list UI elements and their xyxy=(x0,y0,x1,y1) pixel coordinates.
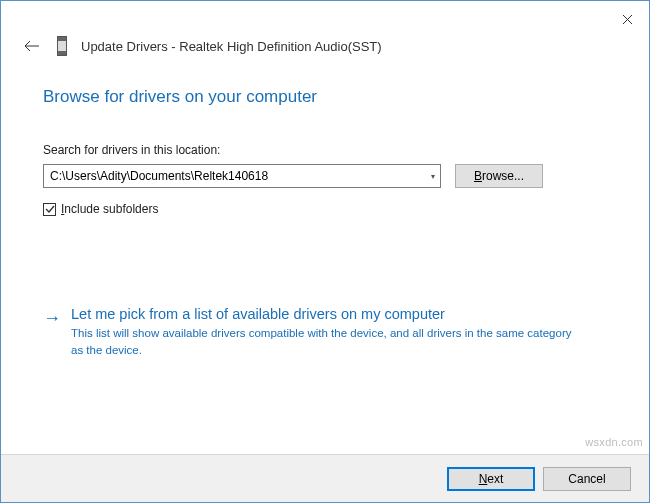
back-button[interactable] xyxy=(21,35,43,57)
browse-button-label: Browse... xyxy=(474,169,524,183)
path-row: ▾ Browse... xyxy=(43,164,607,188)
pick-from-list-option[interactable]: → Let me pick from a list of available d… xyxy=(43,306,607,358)
update-drivers-dialog: Update Drivers - Realtek High Definition… xyxy=(0,0,650,503)
include-subfolders-label: Include subfolders xyxy=(61,202,158,216)
path-input-wrap: ▾ xyxy=(43,164,441,188)
path-input[interactable] xyxy=(43,164,441,188)
back-arrow-icon xyxy=(25,41,39,51)
watermark: wsxdn.com xyxy=(585,436,643,448)
option-description: This list will show available drivers co… xyxy=(71,325,581,358)
browse-button[interactable]: Browse... xyxy=(455,164,543,188)
option-text: Let me pick from a list of available dri… xyxy=(71,306,607,358)
next-button[interactable]: Next xyxy=(447,467,535,491)
include-subfolders-row: Include subfolders xyxy=(43,202,607,216)
close-icon xyxy=(622,14,633,25)
search-location-label: Search for drivers in this location: xyxy=(43,143,607,157)
driver-icon xyxy=(57,36,67,56)
option-title: Let me pick from a list of available dri… xyxy=(71,306,607,322)
dialog-content: Browse for drivers on your computer Sear… xyxy=(1,57,649,358)
include-subfolders-checkbox[interactable] xyxy=(43,203,56,216)
page-heading: Browse for drivers on your computer xyxy=(43,87,607,107)
next-button-label: Next xyxy=(479,472,504,486)
dialog-header: Update Drivers - Realtek High Definition… xyxy=(1,1,649,57)
cancel-button[interactable]: Cancel xyxy=(543,467,631,491)
close-button[interactable] xyxy=(617,9,637,29)
arrow-right-icon: → xyxy=(43,306,61,358)
checkmark-icon xyxy=(45,205,55,214)
window-title: Update Drivers - Realtek High Definition… xyxy=(81,39,382,54)
dialog-footer: Next Cancel xyxy=(1,454,649,502)
